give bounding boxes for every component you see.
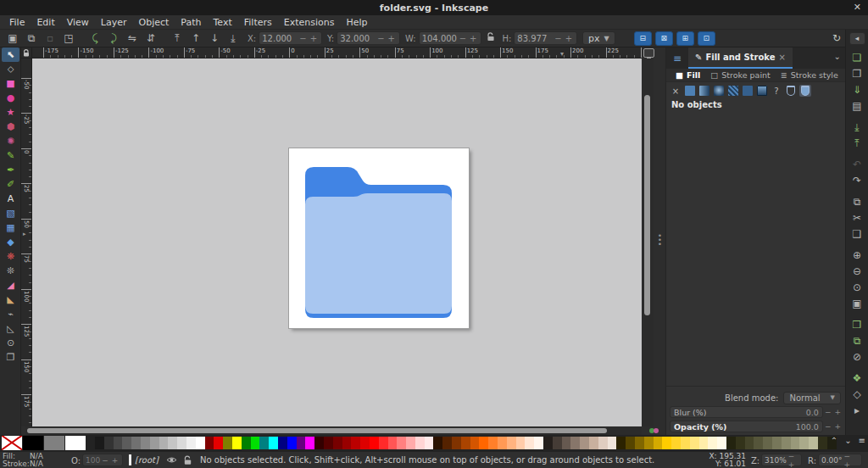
rotate-ccw-icon[interactable]: ⤹ <box>86 32 104 44</box>
palette-swatch[interactable] <box>479 437 488 449</box>
group-icon[interactable]: ❖ <box>849 370 866 387</box>
palette-swatch[interactable] <box>498 437 507 449</box>
opacity-decrement[interactable]: − <box>823 422 833 431</box>
zoom-in-icon[interactable]: ⊕ <box>849 248 866 264</box>
x-field[interactable]: 12.000 − + <box>259 31 322 45</box>
dock-swap-icon[interactable]: ≡ <box>666 53 688 64</box>
palette-swatch[interactable] <box>333 437 342 449</box>
blur-slider[interactable]: Blur (%) 0.0 <box>670 406 823 418</box>
palette-swatch[interactable] <box>131 437 141 449</box>
duplicate-icon[interactable]: ❒ <box>849 317 866 333</box>
menu-text[interactable]: Text <box>208 16 238 29</box>
palette-swatch[interactable] <box>626 437 635 449</box>
menu-edit[interactable]: Edit <box>31 16 60 29</box>
palette-swatch[interactable] <box>708 437 717 449</box>
paint-pattern-button[interactable] <box>727 85 739 97</box>
palette-swatch[interactable] <box>397 437 406 449</box>
document-new-icon[interactable]: ❏ <box>849 50 866 66</box>
x-increment[interactable]: + <box>309 34 319 43</box>
selection-frame-icon[interactable]: ◳ <box>59 32 78 44</box>
palette-swatch[interactable] <box>726 437 736 449</box>
menu-filters[interactable]: Filters <box>238 16 278 29</box>
canvas[interactable] <box>32 58 642 426</box>
palette-swatch[interactable] <box>635 437 644 449</box>
palette-swatch[interactable] <box>425 437 434 449</box>
palette-swatch[interactable] <box>525 437 534 449</box>
palette-swatch[interactable] <box>671 437 681 449</box>
menu-layer[interactable]: Layer <box>95 16 133 29</box>
y-field[interactable]: 32.000 − + <box>337 31 400 45</box>
panel-resize-handle[interactable]: ••• <box>654 234 665 248</box>
palette-swatch[interactable] <box>470 437 480 449</box>
palette-swatch[interactable] <box>562 437 571 449</box>
palette-swatch[interactable] <box>360 437 370 449</box>
palette-swatch[interactable] <box>570 437 580 449</box>
palette-swatch[interactable] <box>507 437 516 449</box>
palette-swatch[interactable] <box>616 437 626 449</box>
snap-page-border-button[interactable]: ⊡ <box>698 31 715 46</box>
tab-stroke-paint[interactable]: □Stroke paint <box>706 69 775 81</box>
paint-radial-gradient-button[interactable] <box>713 85 725 97</box>
palette-swatch[interactable] <box>141 437 150 449</box>
swatch-black[interactable] <box>23 436 43 450</box>
rotate-cw-icon[interactable]: ⤸ <box>104 32 123 44</box>
blur-increment[interactable]: + <box>832 408 843 416</box>
palette-swatch[interactable] <box>754 437 763 449</box>
palette-swatch[interactable] <box>269 437 278 449</box>
color-management-icon[interactable] <box>649 427 659 435</box>
palette-swatch[interactable] <box>314 437 324 449</box>
palette-swatch[interactable] <box>104 437 114 449</box>
h-decrement[interactable]: − <box>553 34 563 43</box>
palette-swatch[interactable] <box>223 437 232 449</box>
raise-icon[interactable]: ↑ <box>186 32 205 44</box>
swatch-none[interactable] <box>2 436 22 450</box>
h-increment[interactable]: + <box>564 34 574 43</box>
tab-fill-and-stroke[interactable]: ✎ Fill and Stroke × <box>688 47 793 69</box>
palette-swatch[interactable] <box>150 437 159 449</box>
paint-swatch-button[interactable] <box>742 85 754 97</box>
tab-fill[interactable]: ■Fill <box>671 69 704 81</box>
palette-swatch[interactable] <box>177 437 186 449</box>
palette-swatch[interactable] <box>159 437 169 449</box>
zoom-original-icon[interactable]: ⊙ <box>849 280 866 296</box>
deselect-icon[interactable]: ▫ <box>41 32 59 44</box>
copy-icon[interactable]: ⧉ <box>849 194 866 210</box>
snap-bounding-box-button[interactable]: ⊟ <box>634 31 652 46</box>
height-field[interactable]: 83.977 − + <box>514 31 577 45</box>
palette-swatch[interactable] <box>406 437 415 449</box>
palette-swatch[interactable] <box>763 437 772 449</box>
paint-mesh-gradient-button[interactable] <box>756 85 768 97</box>
palette-swatch[interactable] <box>442 437 452 449</box>
palette-swatch[interactable] <box>388 437 398 449</box>
collapse-snap-toolbar-button[interactable]: ◂ <box>849 32 865 45</box>
unlink-clone-icon[interactable]: ⊘ <box>849 349 866 365</box>
y-increment[interactable]: + <box>387 34 397 43</box>
palette-swatch[interactable] <box>242 437 251 449</box>
paste-icon[interactable]: ❑ <box>849 226 866 242</box>
raise-to-top-icon[interactable]: ⤒ <box>168 32 186 44</box>
box3d-tool[interactable]: ⬢ <box>2 120 19 134</box>
x-decrement[interactable]: − <box>298 34 308 43</box>
palette-swatch[interactable] <box>516 437 526 449</box>
pencil-tool[interactable]: ✎ <box>2 148 19 163</box>
palette-menu-icon[interactable]: ≡ <box>859 436 865 445</box>
palette-swatch[interactable] <box>681 437 690 449</box>
palette-swatch[interactable] <box>745 437 754 449</box>
zoom-status-field[interactable]: 310% −+ <box>761 454 802 466</box>
vertical-ruler[interactable]: ▸ -50-250255075100125150175 <box>21 58 32 426</box>
horizontal-scrollbar-thumb[interactable] <box>27 428 607 433</box>
gradient-tool[interactable]: ▧ <box>2 206 19 220</box>
palette-swatch[interactable] <box>608 437 617 449</box>
palette-swatch[interactable] <box>580 437 589 449</box>
unit-selector[interactable]: px ▼ <box>582 31 615 45</box>
zoom-page-icon[interactable]: ▣ <box>849 296 866 312</box>
layer-lock-icon[interactable] <box>183 455 192 467</box>
palette-swatch[interactable] <box>351 437 360 449</box>
blend-mode-select[interactable]: Normal ▼ <box>783 392 841 404</box>
guide-lock-corner[interactable] <box>21 47 32 58</box>
menu-view[interactable]: View <box>61 16 95 29</box>
palette-swatch[interactable] <box>553 437 562 449</box>
horizontal-scrollbar[interactable] <box>25 426 642 435</box>
text-tool[interactable]: A <box>2 192 19 206</box>
display-mode-icon[interactable] <box>643 48 654 58</box>
